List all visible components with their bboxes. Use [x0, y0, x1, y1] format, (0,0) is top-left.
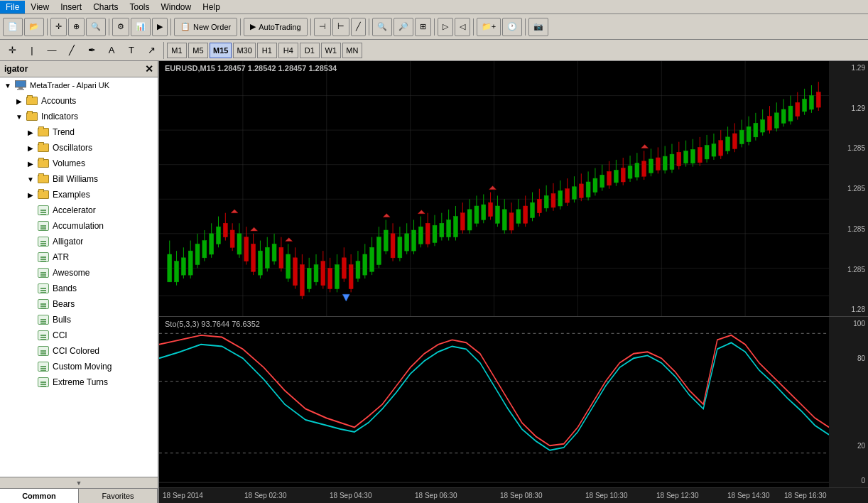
properties-btn[interactable]: ⚙	[112, 18, 129, 36]
oscillator-chart[interactable]: Sto(5,3,3) 93.7644 76.6352 100 80	[159, 317, 868, 487]
autotrading-button[interactable]: ▶ AutoTrading	[244, 18, 308, 36]
nav-item-metatrader[interactable]: ▼ MetaTrader - Alpari UK	[0, 77, 158, 93]
tf-m1[interactable]: M1	[167, 43, 187, 58]
hline-btn[interactable]: —	[43, 42, 61, 59]
folder-icon	[37, 188, 50, 201]
menu-view[interactable]: View	[25, 1, 55, 13]
main-chart[interactable]: EURUSD,M15 1.28457 1.28542 1.28457 1.285…	[159, 61, 868, 317]
tf-w1[interactable]: W1	[321, 43, 341, 58]
bar-chart-btn[interactable]: ⊢	[332, 18, 349, 36]
nav-item-bill-williams[interactable]: ▼ Bill Williams	[0, 171, 158, 187]
svg-marker-88	[383, 214, 390, 217]
indicator-icon	[37, 329, 50, 342]
expand-icon: ▶	[14, 96, 24, 106]
nav-item-cci-colored[interactable]: CCI Colored	[0, 343, 158, 359]
sep3	[170, 18, 171, 36]
tf-d1[interactable]: D1	[300, 43, 320, 58]
navigator-header: igator ✕	[0, 61, 158, 77]
crosshair-btn[interactable]: ✛	[50, 18, 67, 36]
tf-m5[interactable]: M5	[188, 43, 208, 58]
trendline-btn[interactable]: ╱	[63, 42, 81, 59]
indicators-btn[interactable]: ▷	[438, 18, 453, 36]
zoom-in-btn[interactable]: 🔍	[372, 18, 392, 36]
indicator-icon	[37, 266, 50, 279]
nav-item-accounts[interactable]: ▶ Accounts	[0, 93, 158, 109]
magnify-btn[interactable]: ⊕	[68, 18, 85, 36]
nav-item-cci[interactable]: CCI	[0, 328, 158, 343]
autotrading-icon: ▶	[250, 22, 256, 31]
menu-help[interactable]: Help	[197, 1, 226, 13]
objects-btn[interactable]: ◁	[455, 18, 470, 36]
expand-icon: ▼	[14, 112, 24, 121]
navigator-tree: ▼ MetaTrader - Alpari UK ▶ Accounts ▼	[0, 77, 158, 477]
time-axis: 18 Sep 2014 18 Sep 02:30 18 Sep 04:30 18…	[159, 487, 868, 503]
nav-label-accounts: Accounts	[41, 96, 76, 106]
nav-item-examples[interactable]: ▶ Examples	[0, 187, 158, 202]
osc-label-20: 20	[832, 442, 865, 450]
nav-item-trend[interactable]: ▶ Trend	[0, 124, 158, 140]
svg-marker-45	[251, 227, 258, 231]
tf-mn[interactable]: MN	[342, 43, 362, 58]
tf-m30[interactable]: M30	[233, 43, 255, 58]
text-btn[interactable]: A	[102, 42, 121, 59]
price-label-2: 1.29	[832, 104, 865, 112]
new-chart-btn[interactable]: 📄	[3, 18, 23, 36]
screenshot-btn[interactable]: 📷	[528, 18, 548, 36]
menu-charts[interactable]: Charts	[87, 1, 124, 13]
nav-item-accumulation[interactable]: Accumulation	[0, 218, 158, 234]
nav-item-custom-moving[interactable]: Custom Moving	[0, 359, 158, 374]
svg-rect-3	[17, 89, 24, 90]
indicator-icon	[37, 376, 50, 389]
nav-item-awesome[interactable]: Awesome	[0, 265, 158, 281]
nav-item-accelerator[interactable]: Accelerator	[0, 202, 158, 218]
cursor-btn[interactable]: ✛	[3, 42, 21, 59]
nav-item-bulls[interactable]: Bulls	[0, 312, 158, 328]
templates-btn[interactable]: 📁+	[477, 18, 501, 36]
svg-rect-1	[16, 81, 26, 87]
tf-h1[interactable]: H1	[257, 43, 277, 58]
navigator-title: igator	[4, 64, 28, 74]
open-btn[interactable]: 📂	[24, 18, 44, 36]
history-btn[interactable]: 📊	[131, 18, 151, 36]
vline-btn[interactable]: |	[23, 42, 41, 59]
new-order-icon: 📋	[180, 22, 190, 31]
nav-item-indicators[interactable]: ▼ Indicators	[0, 109, 158, 124]
label-btn[interactable]: T	[122, 42, 141, 59]
nav-item-alligator[interactable]: Alligator	[0, 234, 158, 249]
menu-tools[interactable]: Tools	[124, 1, 156, 13]
menu-insert[interactable]: Insert	[55, 1, 87, 13]
navigator-close-button[interactable]: ✕	[145, 63, 153, 75]
tab-favorites[interactable]: Favorites	[79, 489, 158, 503]
drawing-toolbar: ✛ | — ╱ ✒ A T ↗ M1 M5 M15 M30 H1 H4 D1 W…	[0, 40, 868, 61]
tf-m15[interactable]: M15	[210, 43, 232, 58]
zoom-btn[interactable]: 🔍	[86, 18, 106, 36]
nav-item-bears[interactable]: Bears	[0, 296, 158, 312]
tab-common[interactable]: Common	[0, 489, 79, 503]
menu-window[interactable]: Window	[156, 1, 197, 13]
fit-chart-btn[interactable]: ⊞	[415, 18, 431, 36]
nav-label-alligator: Alligator	[53, 237, 83, 247]
tf-h4[interactable]: H4	[278, 43, 298, 58]
nav-item-volumes[interactable]: ▶ Volumes	[0, 156, 158, 171]
nav-label-accumulation: Accumulation	[53, 221, 104, 231]
price-label-7: 1.28	[832, 305, 865, 313]
nav-item-extreme-turns[interactable]: Extreme Turns	[0, 374, 158, 390]
nav-item-bands[interactable]: Bands	[0, 281, 158, 296]
indicator-icon	[37, 282, 50, 295]
clock-btn[interactable]: 🕐	[502, 18, 522, 36]
svg-marker-56	[286, 238, 293, 242]
nav-item-oscillators[interactable]: ▶ Oscillators	[0, 140, 158, 156]
menu-file[interactable]: File	[0, 1, 25, 13]
new-order-button[interactable]: 📋 New Order	[174, 18, 237, 36]
pen-btn[interactable]: ✒	[82, 42, 101, 59]
nav-label-bears: Bears	[53, 299, 75, 309]
nav-label-cci: CCI	[53, 330, 67, 340]
svg-rect-2	[18, 87, 23, 89]
chart-type-btn[interactable]: ⊣	[314, 18, 331, 36]
arrow-btn[interactable]: ↗	[142, 42, 161, 59]
line-chart-btn[interactable]: ╱	[351, 18, 366, 36]
strategy-btn[interactable]: ▶	[152, 18, 168, 36]
nav-item-atr[interactable]: ATR	[0, 249, 158, 265]
zoom-out-btn[interactable]: 🔎	[394, 18, 413, 36]
folder-icon	[37, 126, 50, 139]
